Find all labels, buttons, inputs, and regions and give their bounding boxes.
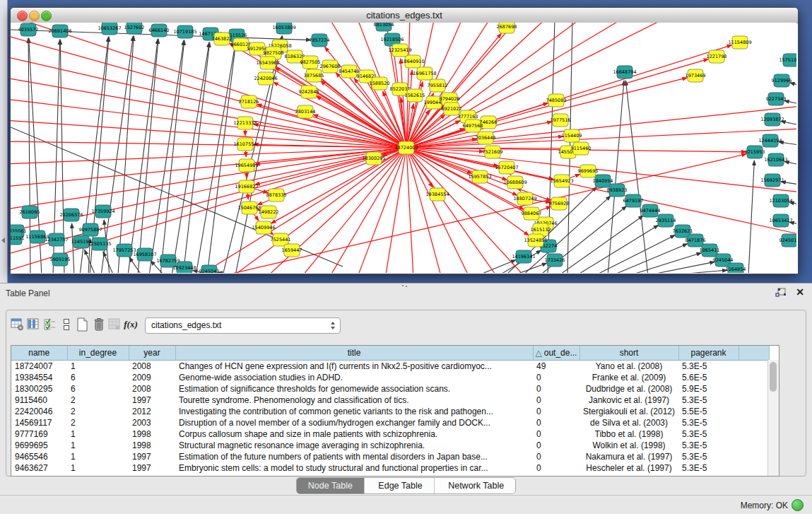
column-header-title[interactable]: title [175,346,533,361]
network-node[interactable]: 16107554 [233,138,257,151]
network-node[interactable]: 1164954 [726,263,746,273]
network-node[interactable]: 14196141 [512,250,535,263]
node-table-grid[interactable]: namein_degreeyeartitle△out_de...shortpag… [11,345,779,477]
network-node[interactable]: 1977516 [551,114,571,127]
network-node[interactable]: 13654923 [550,175,573,187]
table-row[interactable]: 911546021997Tourette syndrome. Phenomeno… [11,395,769,406]
network-node[interactable]: 7857224 [310,34,330,47]
network-node[interactable]: 15751074 [779,54,796,66]
network-node[interactable]: 9242848 [299,86,319,98]
network-node[interactable]: 10688609 [503,176,526,189]
network-node[interactable]: 2967608 [320,60,341,73]
network-node[interactable]: 9227343 [766,93,787,105]
column-header-year[interactable]: year [129,346,175,361]
vertical-scrollbar[interactable] [767,360,779,476]
network-node[interactable]: 8813054 [374,23,394,31]
network-node[interactable]: 7485083 [546,94,567,107]
network-node[interactable]: 16053809 [272,23,295,34]
import-table-button[interactable] [107,317,122,332]
network-node[interactable]: 16961758 [413,67,436,80]
delete-table-button[interactable] [91,317,107,332]
network-node[interactable]: 1659447 [282,244,302,257]
network-node[interactable]: 8938923 [607,184,628,197]
network-node[interactable]: 7955812 [428,79,448,92]
network-node[interactable]: 19654985 [235,159,258,172]
table-row[interactable]: 2242004622012Investigating the contribut… [11,406,769,417]
scrollbar-thumb[interactable] [770,362,777,392]
expand-panel-arrow-icon[interactable] [1,238,5,243]
new-table-button[interactable] [74,317,90,332]
table-mode-button[interactable] [9,317,25,332]
tab-edge-table[interactable]: Edge Table [367,478,434,493]
network-node[interactable]: 2803144 [295,105,316,118]
network-node[interactable]: 15957853 [468,170,491,183]
network-node[interactable]: 2718126 [239,95,259,108]
network-node[interactable]: 11154809 [728,36,751,49]
network-node[interactable]: 2036448 [476,132,496,144]
table-selector-dropdown[interactable]: citations_edges.txt [145,317,341,334]
network-node[interactable]: 2616065 [20,206,40,218]
table-header-row[interactable]: namein_degreeyeartitle△out_de...shortpag… [11,346,769,361]
column-header-out_de[interactable]: △out_de... [533,346,579,361]
column-header-pagerank[interactable]: pagerank [678,346,739,361]
memory-ok-indicator[interactable] [792,499,804,511]
network-node[interactable]: 9245043 [199,265,220,273]
function-builder-button[interactable]: f(x) [123,317,139,332]
column-header-short[interactable]: short [579,346,678,361]
network-node[interactable]: 1154409 [562,129,582,142]
table-row[interactable]: 946554611997Estimation of the future num… [11,451,769,462]
network-node[interactable]: 2687698 [497,23,517,33]
network-node[interactable]: 9115460 [571,142,592,155]
network-node[interactable]: 9827505 [300,56,321,69]
table-row[interactable]: 1872400712008Changes of HCN gene express… [11,361,769,373]
network-node[interactable]: 18640910 [401,55,424,68]
network-node[interactable]: 7463822 [212,33,233,45]
table-row[interactable]: 1938455462009Genome-wide association stu… [11,372,769,383]
network-canvas[interactable]: 4035572206914061065326715276026466140107… [11,23,796,273]
network-node[interactable]: 9756928 [549,197,570,210]
network-node[interactable]: 1221798 [707,50,727,63]
tab-node-table[interactable]: Node Table [297,478,365,493]
network-node[interactable]: 15692971 [760,174,784,187]
network-node[interactable]: 12103054 [769,194,792,207]
network-node[interactable]: 7521609 [483,146,503,158]
network-node[interactable]: 16210643 [764,153,787,166]
table-row[interactable]: 969969511998Structural magnetic resonanc… [11,440,769,451]
network-node[interactable]: 9474444 [640,204,661,217]
network-node[interactable]: 6466140 [149,24,170,37]
network-node[interactable]: 9699695 [578,165,599,177]
tab-network-table[interactable]: Network Table [437,478,515,493]
network-node[interactable]: 6497568 [463,119,483,132]
network-node[interactable]: 12093872 [760,113,784,126]
network-node[interactable]: 3875685 [304,69,324,82]
network-window-titlebar[interactable]: citations_edges.txt [11,8,798,23]
toggle-rows-button[interactable] [59,317,74,332]
network-node[interactable]: 1973469 [686,69,706,82]
table-row[interactable]: 1456911722003Disruption of a novel membe… [11,417,769,428]
network-node[interactable]: 1562615 [405,89,425,102]
table-row[interactable]: 977716911998Corpus callosum shape and si… [11,428,769,440]
close-panel-button[interactable]: ✕ [796,286,804,298]
network-node[interactable]: 19166827 [235,180,258,193]
network-node[interactable]: 9245012 [779,234,796,247]
network-node[interactable]: 9129966 [772,74,792,87]
network-node[interactable]: 5905195 [50,253,71,266]
column-header-name[interactable]: name [11,346,67,361]
float-panel-button[interactable] [775,288,787,298]
network-node[interactable]: 1527602 [124,23,145,34]
column-header-in_degree[interactable]: in_degree [67,346,129,361]
network-node[interactable]: 8878335 [266,189,287,201]
network-node[interactable]: 6479197 [623,194,644,207]
table-row[interactable]: 1830029562008Estimation of significance … [11,383,769,395]
network-node[interactable]: 10653417 [769,214,792,227]
network-node[interactable]: 2935114 [656,214,676,227]
network-node[interactable]: 1733426 [545,254,565,267]
select-columns-button[interactable] [42,317,57,332]
network-node[interactable]: 12444194 [758,134,782,147]
network-node[interactable]: 1498222 [259,206,279,218]
network-node[interactable]: 9215953 [745,146,765,158]
network-node[interactable]: 4035572 [18,23,39,36]
network-node[interactable]: 1588520 [370,77,390,90]
show-columns-button[interactable] [25,317,41,332]
table-row[interactable]: 946362711997Embryonic stem cells: a mode… [11,462,769,474]
